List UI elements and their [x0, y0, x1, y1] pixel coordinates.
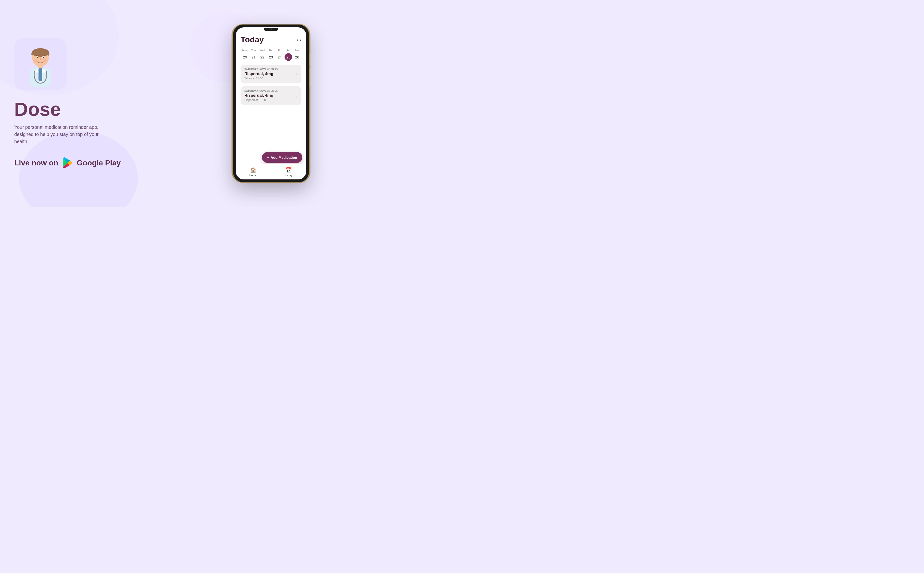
chevron-right-icon: › [296, 94, 298, 98]
left-section: Dose Your personal medication reminder a… [14, 38, 152, 169]
med-name: Risperdal, 4mg [244, 93, 278, 98]
calendar-week: Mon20Tue21Wed22Thu23Fri24Sat25Sun26 [241, 49, 301, 61]
medication-card[interactable]: SATURDAY, NOVEMBER 25Risperdal, 4mgTaken… [241, 65, 301, 83]
day-label: Wed [258, 49, 267, 52]
prev-arrow[interactable]: ‹ [297, 37, 298, 42]
nav-item-home[interactable]: 🏠Home [249, 167, 257, 177]
day-label: Tue [249, 49, 258, 52]
med-info: SATURDAY, NOVEMBER 25Risperdal, 4mgTaken… [244, 68, 278, 80]
google-play-icon [61, 157, 74, 169]
app-header: Today ‹ › [241, 35, 301, 44]
phone-frame: Today ‹ › Mon20Tue21Wed22Thu23Fri24Sat25… [233, 25, 309, 182]
med-status: Taken at 11:00 [244, 77, 278, 80]
day-label: Thu [267, 49, 276, 52]
home-icon: 🏠 [250, 167, 256, 173]
svg-point-2 [32, 48, 49, 57]
phone-notch [264, 28, 278, 31]
day-number[interactable]: 20 [241, 53, 249, 61]
calendar-day[interactable]: Mon20 [241, 49, 249, 61]
power-button [310, 53, 310, 65]
day-number[interactable]: 26 [293, 53, 301, 61]
day-number[interactable]: 25 [285, 53, 292, 61]
med-status: Skipped at 21:00 [244, 99, 278, 102]
app-description: Your personal medication reminder app, d… [14, 124, 110, 145]
day-label: Mon [241, 49, 249, 52]
doctor-card [14, 38, 67, 90]
add-medication-button[interactable]: + Add Medication [262, 152, 302, 163]
nav-item-label: History [283, 174, 293, 177]
bottom-nav: 🏠Home📅History [236, 164, 306, 179]
med-date-label: SATURDAY, NOVEMBER 25 [244, 89, 278, 92]
app-content: Today ‹ › Mon20Tue21Wed22Thu23Fri24Sat25… [236, 31, 306, 105]
svg-point-5 [37, 57, 39, 58]
day-number[interactable]: 21 [250, 53, 257, 61]
app-title: Dose [14, 100, 152, 119]
nav-arrows: ‹ › [297, 37, 301, 42]
calendar-day[interactable]: Sat25 [284, 49, 293, 61]
svg-point-9 [43, 59, 47, 62]
next-arrow[interactable]: › [300, 37, 301, 42]
calendar-day[interactable]: Thu23 [267, 49, 276, 61]
day-label: Fri [275, 49, 284, 52]
calendar-day[interactable]: Wed22 [258, 49, 267, 61]
svg-point-6 [43, 57, 44, 58]
day-number[interactable]: 22 [258, 53, 266, 61]
svg-point-8 [34, 59, 38, 62]
phone-wrapper: Today ‹ › Mon20Tue21Wed22Thu23Fri24Sat25… [233, 25, 314, 182]
live-text: Live now on [14, 158, 58, 167]
google-play-text: Google Play [77, 158, 121, 167]
med-name: Risperdal, 4mg [244, 72, 278, 76]
medication-card[interactable]: SATURDAY, NOVEMBER 25Risperdal, 4mgSkipp… [241, 86, 301, 105]
today-title: Today [241, 35, 264, 44]
med-date-label: SATURDAY, NOVEMBER 25 [244, 68, 278, 70]
add-med-label: Add Medication [271, 155, 297, 160]
day-number[interactable]: 24 [276, 53, 283, 61]
calendar-day[interactable]: Sun26 [293, 49, 301, 61]
phone-screen: Today ‹ › Mon20Tue21Wed22Thu23Fri24Sat25… [236, 27, 306, 179]
nav-item-label: Home [249, 174, 257, 177]
med-info: SATURDAY, NOVEMBER 25Risperdal, 4mgSkipp… [244, 89, 278, 102]
calendar-day[interactable]: Fri24 [275, 49, 284, 61]
day-label: Sun [293, 49, 301, 52]
svg-rect-12 [39, 68, 42, 81]
front-camera [270, 28, 272, 30]
doctor-illustration [19, 42, 62, 87]
add-icon: + [267, 155, 269, 160]
history-icon: 📅 [285, 167, 291, 173]
day-number[interactable]: 23 [267, 53, 275, 61]
calendar-day[interactable]: Tue21 [249, 49, 258, 61]
day-label: Sat [284, 49, 293, 52]
live-badge: Live now on [14, 157, 152, 169]
svg-point-7 [40, 58, 41, 60]
medication-list: SATURDAY, NOVEMBER 25Risperdal, 4mgTaken… [241, 65, 301, 105]
volume-button [310, 69, 310, 88]
chevron-right-icon: › [296, 72, 298, 76]
nav-item-history[interactable]: 📅History [283, 167, 293, 177]
